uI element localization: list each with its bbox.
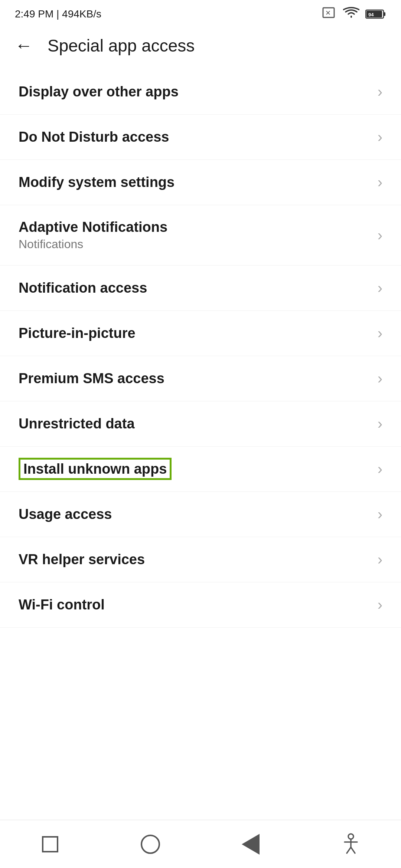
navigation-bar: [0, 820, 401, 868]
nav-recent-apps-button[interactable]: [28, 829, 72, 859]
menu-item-modify-system-settings[interactable]: Modify system settings ›: [0, 160, 401, 205]
chevron-right-icon: ›: [378, 596, 382, 613]
menu-item-vr-helper-services[interactable]: VR helper services ›: [0, 537, 401, 582]
menu-item-title: Premium SMS access: [19, 371, 164, 387]
menu-item-usage-access[interactable]: Usage access ›: [0, 492, 401, 537]
chevron-right-icon: ›: [378, 325, 382, 342]
menu-item-content: Display over other apps: [19, 84, 179, 100]
chevron-right-icon: ›: [378, 83, 382, 100]
settings-list: Display over other apps › Do Not Disturb…: [0, 69, 401, 628]
menu-item-adaptive-notifications[interactable]: Adaptive Notifications Notifications ›: [0, 205, 401, 266]
svg-rect-4: [384, 12, 385, 16]
svg-line-10: [351, 847, 355, 853]
menu-item-content: Do Not Disturb access: [19, 129, 169, 145]
menu-item-title: Adaptive Notifications: [19, 219, 167, 235]
nav-home-button[interactable]: [128, 829, 173, 859]
highlight-box: Install unknown apps: [19, 458, 172, 480]
menu-item-content: Modify system settings: [19, 174, 175, 190]
page-header: ← Special app access: [0, 26, 401, 69]
menu-item-title: Notification access: [19, 280, 147, 296]
menu-item-display-over-other-apps[interactable]: Display over other apps ›: [0, 69, 401, 115]
screen-record-icon: ✕: [322, 7, 337, 21]
svg-text:94: 94: [368, 12, 374, 17]
menu-item-notification-access[interactable]: Notification access ›: [0, 266, 401, 311]
menu-item-title: Picture-in-picture: [19, 325, 136, 341]
menu-item-content: Notification access: [19, 280, 147, 296]
menu-item-title: Usage access: [19, 506, 112, 522]
menu-item-content: Adaptive Notifications Notifications: [19, 219, 167, 251]
chevron-right-icon: ›: [378, 280, 382, 296]
menu-item-subtitle: Notifications: [19, 237, 167, 251]
menu-item-wifi-control[interactable]: Wi-Fi control ›: [0, 582, 401, 628]
chevron-right-icon: ›: [378, 129, 382, 145]
menu-item-content: Install unknown apps: [19, 461, 172, 477]
menu-item-content: Usage access: [19, 506, 112, 522]
menu-item-content: VR helper services: [19, 552, 145, 568]
menu-item-content: Picture-in-picture: [19, 325, 136, 341]
menu-item-title: Unrestricted data: [19, 416, 135, 432]
menu-item-content: Wi-Fi control: [19, 597, 105, 613]
back-button[interactable]: ←: [11, 33, 36, 58]
home-icon: [141, 835, 160, 854]
wifi-icon: [343, 7, 359, 21]
menu-item-title: Wi-Fi control: [19, 597, 105, 613]
menu-item-install-unknown-apps[interactable]: Install unknown apps ›: [0, 447, 401, 492]
menu-item-premium-sms-access[interactable]: Premium SMS access ›: [0, 356, 401, 401]
svg-point-6: [348, 834, 353, 839]
svg-line-9: [347, 847, 351, 853]
menu-item-title: Do Not Disturb access: [19, 129, 169, 145]
nav-back-button[interactable]: [228, 829, 273, 859]
status-time: 2:49 PM | 494KB/s: [15, 8, 101, 20]
menu-item-title: VR helper services: [19, 552, 145, 568]
svg-text:✕: ✕: [325, 9, 331, 17]
chevron-right-icon: ›: [378, 227, 382, 244]
menu-item-title: Modify system settings: [19, 174, 175, 190]
chevron-right-icon: ›: [378, 551, 382, 568]
menu-item-title: Display over other apps: [19, 84, 179, 100]
chevron-right-icon: ›: [378, 461, 382, 477]
chevron-right-icon: ›: [378, 370, 382, 387]
menu-item-picture-in-picture[interactable]: Picture-in-picture ›: [0, 311, 401, 356]
chevron-right-icon: ›: [378, 415, 382, 432]
menu-item-unrestricted-data[interactable]: Unrestricted data ›: [0, 401, 401, 447]
menu-item-do-not-disturb[interactable]: Do Not Disturb access ›: [0, 115, 401, 160]
back-arrow-icon: ←: [15, 37, 33, 55]
status-icons: ✕ 94: [322, 7, 386, 21]
menu-item-content: Premium SMS access: [19, 371, 164, 387]
accessibility-icon: [342, 833, 360, 855]
back-nav-icon: [242, 834, 260, 855]
nav-accessibility-button[interactable]: [329, 829, 373, 859]
chevron-right-icon: ›: [378, 174, 382, 191]
page-title: Special app access: [48, 36, 195, 56]
status-bar: 2:49 PM | 494KB/s ✕ 94: [0, 0, 401, 26]
menu-item-content: Unrestricted data: [19, 416, 135, 432]
menu-item-title: Install unknown apps: [19, 461, 172, 477]
chevron-right-icon: ›: [378, 506, 382, 523]
menu-content: Display over other apps › Do Not Disturb…: [0, 69, 401, 680]
recent-apps-icon: [42, 836, 58, 852]
battery-indicator: 94: [365, 9, 386, 20]
